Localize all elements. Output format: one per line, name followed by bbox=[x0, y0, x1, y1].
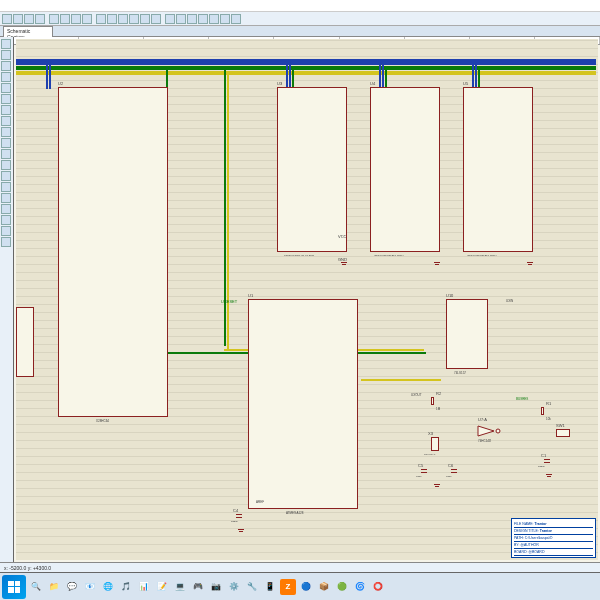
chip-u7a-ref: U7:A bbox=[478, 417, 487, 422]
ltool-text-icon[interactable] bbox=[1, 83, 11, 93]
workspace: ABCDEFGHI bbox=[0, 37, 600, 562]
task-note-icon[interactable]: 📝 bbox=[154, 579, 170, 595]
comp-r1-ref: R1 bbox=[546, 401, 551, 406]
chip-u10[interactable] bbox=[446, 299, 488, 369]
task-search-icon[interactable]: 🔍 bbox=[28, 579, 44, 595]
tool-pan-icon[interactable] bbox=[129, 14, 139, 24]
comp-c1-val: 100nF bbox=[538, 465, 545, 468]
task-phone-icon[interactable]: 📱 bbox=[262, 579, 278, 595]
chip-u3[interactable] bbox=[277, 87, 347, 252]
task-stats-icon[interactable]: 📊 bbox=[136, 579, 152, 595]
tool-undo-icon[interactable] bbox=[49, 14, 59, 24]
tool-stop-icon[interactable] bbox=[176, 14, 186, 24]
comp-sw1[interactable] bbox=[556, 429, 570, 437]
task-mail-icon[interactable]: 📧 bbox=[82, 579, 98, 595]
task-term-icon[interactable]: 💻 bbox=[172, 579, 188, 595]
ltool-instr-icon[interactable] bbox=[1, 182, 11, 192]
task-edge-icon[interactable]: 🌐 bbox=[100, 579, 116, 595]
tool-grid-icon[interactable] bbox=[118, 14, 128, 24]
task-gear-icon[interactable]: ⚙️ bbox=[226, 579, 242, 595]
task-game-icon[interactable]: 🎮 bbox=[190, 579, 206, 595]
wire bbox=[475, 59, 477, 89]
comp-c5[interactable] bbox=[421, 469, 427, 473]
chip-u2-ref: U2 bbox=[58, 81, 63, 86]
comp-r1-val: 10k bbox=[546, 417, 551, 421]
ltool-gen-icon[interactable] bbox=[1, 160, 11, 170]
task-green-icon[interactable]: 🟢 bbox=[334, 579, 350, 595]
task-blue-icon[interactable]: 🔵 bbox=[298, 579, 314, 595]
ltool-probe-icon[interactable] bbox=[1, 171, 11, 181]
ltool-arc-icon[interactable] bbox=[1, 226, 11, 236]
task-circle-icon[interactable]: ⭕ bbox=[370, 579, 386, 595]
tool-bom-icon[interactable] bbox=[220, 14, 230, 24]
ltool-label-icon[interactable] bbox=[1, 72, 11, 82]
tool-redo-icon[interactable] bbox=[60, 14, 70, 24]
tool-save-icon[interactable] bbox=[24, 14, 34, 24]
title-block: FILE NAME: Trantor DESIGN TITLE: Trantor… bbox=[511, 518, 596, 558]
ltool-bus-icon[interactable] bbox=[1, 94, 11, 104]
comp-c1[interactable] bbox=[544, 459, 550, 463]
tool-info-icon[interactable] bbox=[231, 14, 241, 24]
comp-c6-ref: C6 bbox=[448, 463, 453, 468]
canvas-area[interactable]: ABCDEFGHI bbox=[14, 37, 600, 562]
schematic-canvas[interactable]: U2 X28HC64 U1 ATMEGA128 U3 SST39VF1681-7… bbox=[16, 39, 598, 560]
status-coords: x: -5200.0 y: +4300.0 bbox=[4, 565, 51, 571]
comp-c6-val: 33pF bbox=[446, 475, 452, 478]
netlabel-busres: BUSRES bbox=[516, 397, 528, 401]
ltool-component-icon[interactable] bbox=[1, 50, 11, 60]
ltool-tape-icon[interactable] bbox=[1, 149, 11, 159]
tool-pause-icon[interactable] bbox=[165, 14, 175, 24]
ltool-line-icon[interactable] bbox=[1, 193, 11, 203]
tool-open-icon[interactable] bbox=[13, 14, 23, 24]
task-tool-icon[interactable]: 🔧 bbox=[244, 579, 260, 595]
comp-r2-ref: R2 bbox=[436, 391, 441, 396]
chip-u1[interactable] bbox=[248, 299, 358, 509]
tool-new-icon[interactable] bbox=[2, 14, 12, 24]
ltool-pin-icon[interactable] bbox=[1, 127, 11, 137]
tool-3d-icon[interactable] bbox=[209, 14, 219, 24]
tool-cut-icon[interactable] bbox=[71, 14, 81, 24]
wire bbox=[286, 59, 288, 89]
tool-print-icon[interactable] bbox=[35, 14, 45, 24]
ltool-terminal-icon[interactable] bbox=[1, 116, 11, 126]
task-photo-icon[interactable]: 📷 bbox=[208, 579, 224, 595]
tool-step-icon[interactable] bbox=[187, 14, 197, 24]
task-box-icon[interactable]: 📦 bbox=[316, 579, 332, 595]
ltool-box-icon[interactable] bbox=[1, 204, 11, 214]
task-chat-icon[interactable]: 💬 bbox=[64, 579, 80, 595]
chip-u2[interactable] bbox=[58, 87, 168, 417]
comp-c4-ref: C4 bbox=[233, 508, 238, 513]
tool-fit-icon[interactable] bbox=[140, 14, 150, 24]
ltool-circle-icon[interactable] bbox=[1, 215, 11, 225]
tab-schematic[interactable]: Schematic Capture bbox=[3, 26, 53, 37]
task-music-icon[interactable]: 🎵 bbox=[118, 579, 134, 595]
comp-r2[interactable] bbox=[431, 397, 434, 405]
task-explorer-icon[interactable]: 📁 bbox=[46, 579, 62, 595]
wire bbox=[49, 59, 51, 89]
chip-u7a[interactable] bbox=[476, 424, 504, 438]
chip-u1-ref: U1 bbox=[248, 293, 253, 298]
tool-debug-icon[interactable] bbox=[198, 14, 208, 24]
ltool-junction-icon[interactable] bbox=[1, 61, 11, 71]
comp-c6[interactable] bbox=[451, 469, 457, 473]
titlebar bbox=[0, 0, 600, 12]
ltool-select-icon[interactable] bbox=[1, 39, 11, 49]
ltool-path-icon[interactable] bbox=[1, 237, 11, 247]
start-button[interactable] bbox=[2, 575, 26, 599]
chip-u5[interactable] bbox=[463, 87, 533, 252]
left-tool-panel bbox=[0, 37, 14, 562]
ltool-subckt-icon[interactable] bbox=[1, 105, 11, 115]
comp-r1[interactable] bbox=[541, 407, 544, 415]
comp-c4[interactable] bbox=[236, 514, 242, 518]
ltool-graph-icon[interactable] bbox=[1, 138, 11, 148]
task-z-icon[interactable]: Z bbox=[280, 579, 296, 595]
task-spiral-icon[interactable]: 🌀 bbox=[352, 579, 368, 595]
comp-x3[interactable] bbox=[431, 437, 439, 451]
chip-u4[interactable] bbox=[370, 87, 440, 252]
connector-left[interactable] bbox=[16, 307, 34, 377]
tool-paste-icon[interactable] bbox=[96, 14, 106, 24]
tool-zoom-icon[interactable] bbox=[107, 14, 117, 24]
tool-copy-icon[interactable] bbox=[82, 14, 92, 24]
tool-run-icon[interactable] bbox=[151, 14, 161, 24]
chip-u10-part: 74LS157 bbox=[454, 371, 466, 375]
